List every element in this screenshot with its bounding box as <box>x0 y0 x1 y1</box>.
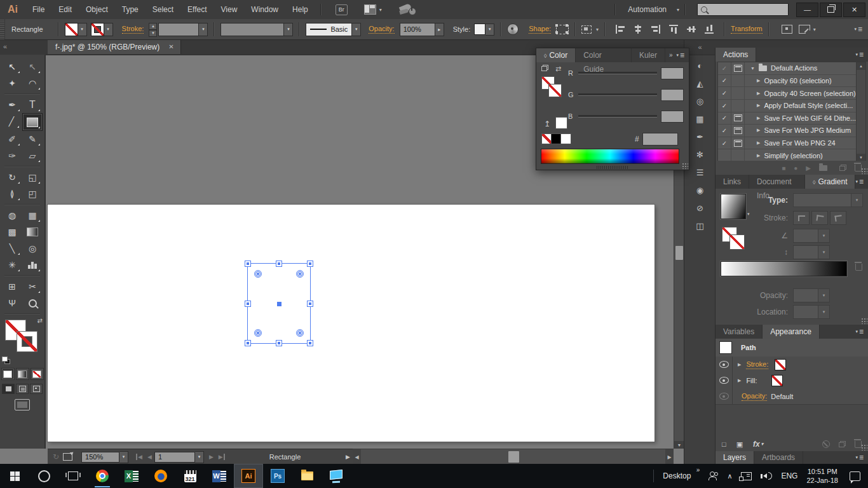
red-slider[interactable] <box>578 72 657 74</box>
collapse-diamond-icon[interactable]: ◊ <box>813 179 815 186</box>
taskbar-illustrator-active[interactable]: Ai <box>234 464 263 488</box>
dialog-toggle-icon[interactable] <box>734 65 742 72</box>
toggle-check-icon[interactable]: ✓ <box>722 127 727 134</box>
gradient-type-dropdown[interactable]: ▾ <box>793 193 863 207</box>
gradient-aspect-field[interactable]: ▾ <box>793 245 830 259</box>
visibility-eye-icon[interactable] <box>719 361 729 368</box>
visibility-eye-icon[interactable] <box>719 377 729 384</box>
symbol-sprayer-tool[interactable]: ✳ <box>3 257 22 273</box>
opacity-link[interactable]: Opacity: <box>742 392 767 401</box>
swap-fill-stroke-icon[interactable]: ⇄ <box>37 317 43 324</box>
chevron-down-icon[interactable]: ▾ <box>284 23 293 36</box>
chevron-down-icon[interactable]: ▾ <box>195 451 204 463</box>
chevron-down-icon[interactable]: ▾ <box>119 451 128 463</box>
gradient-slider[interactable] <box>721 261 847 276</box>
recolor-artwork-icon[interactable] <box>507 24 519 35</box>
add-fill-icon[interactable]: ▣ <box>736 440 743 449</box>
line-segment-tool[interactable]: ╱ <box>2 113 21 130</box>
zoom-level-field[interactable]: 150% <box>81 452 119 463</box>
stroke-weight-field[interactable] <box>158 23 199 36</box>
record-icon[interactable]: ● <box>794 165 797 172</box>
workspace-switcher[interactable]: Automation <box>621 0 674 19</box>
center-point[interactable] <box>277 302 281 306</box>
taskbar-excel[interactable]: X <box>117 464 146 488</box>
next-artboard-icon[interactable]: ▶ <box>209 454 214 460</box>
scale-tool[interactable]: ◱ <box>23 169 42 186</box>
expander-icon[interactable]: ▶ <box>757 140 760 146</box>
chevron-down-icon[interactable]: ▾ <box>78 23 87 36</box>
draw-behind-button[interactable] <box>16 384 29 394</box>
action-set-row[interactable]: ✓ ▼Default Actions <box>718 62 856 75</box>
color-button[interactable] <box>1 368 15 380</box>
hand-tool[interactable]: Ψ <box>3 295 22 311</box>
dock-panel-icon-3[interactable]: ◎ <box>691 93 710 109</box>
taskbar-photoshop[interactable]: Ps <box>263 464 292 488</box>
actions-scrollbar[interactable]: ▲ ▼ <box>856 62 865 161</box>
appearance-panel-menu-icon[interactable]: ▾≡ <box>855 325 868 339</box>
panel-grip[interactable] <box>0 19 5 39</box>
appearance-fill-row[interactable]: ▶ Fill: <box>715 372 868 389</box>
chevron-down-icon[interactable]: ▾ <box>813 27 816 32</box>
live-corner-widget[interactable] <box>296 329 304 337</box>
layers-panel-menu-icon[interactable]: ▾≡ <box>855 451 868 464</box>
duplicate-icon[interactable] <box>541 65 548 71</box>
expander-icon[interactable]: ▶ <box>757 153 760 158</box>
draw-normal-button[interactable] <box>2 384 15 394</box>
selection-handle[interactable] <box>276 340 282 346</box>
menu-type[interactable]: Type <box>115 0 146 19</box>
scroll-up-icon[interactable]: ▲ <box>857 62 865 70</box>
tab-appearance[interactable]: Appearance <box>763 325 820 339</box>
transform-link[interactable]: Transform <box>731 25 763 34</box>
artboard-tool[interactable]: ⊞ <box>3 278 22 295</box>
taskbar-file-explorer[interactable] <box>292 464 322 488</box>
stroke-color-control[interactable]: ▾ <box>91 23 113 36</box>
mesh-tool[interactable]: ▩ <box>3 224 22 240</box>
gradient-panel-menu-icon[interactable]: ▾≡ <box>855 175 868 189</box>
tab-color[interactable]: ◊Color <box>536 48 576 62</box>
resize-grip[interactable] <box>682 163 688 169</box>
gradient-preview-swatch[interactable] <box>721 194 746 219</box>
tab-links[interactable]: Links <box>715 175 749 189</box>
eraser-tool[interactable]: ▱ <box>23 147 42 164</box>
gradient-opacity-field[interactable]: ▾ <box>793 288 830 302</box>
vertical-scroll-thumb[interactable] <box>675 246 683 260</box>
lasso-tool[interactable]: ◠ <box>23 75 42 92</box>
cycle-panels-icon[interactable]: » <box>665 48 677 62</box>
dock-panel-icon-6[interactable]: ✻ <box>691 147 710 162</box>
selection-tool[interactable]: ↖ <box>3 58 22 75</box>
fill-color-control[interactable]: ▾ <box>65 23 87 36</box>
chevron-down-icon[interactable]: ▾ <box>677 7 679 13</box>
menu-view[interactable]: View <box>214 0 245 19</box>
width-profile-dropdown[interactable] <box>220 23 284 36</box>
appearance-stroke-row[interactable]: ▶ Stroke: <box>715 356 868 373</box>
collapse-diamond-icon[interactable]: ◊ <box>544 53 546 59</box>
live-corner-widget[interactable] <box>296 270 304 278</box>
hidden-icons-chevron[interactable]: ∧ <box>727 472 732 480</box>
green-value-field[interactable] <box>661 89 684 101</box>
rotate-tool[interactable]: ↻ <box>3 169 22 186</box>
brush-definition-dropdown[interactable]: Basic <box>306 23 352 36</box>
taskbar-pc[interactable] <box>322 464 351 488</box>
tab-variables[interactable]: Variables <box>715 325 763 339</box>
scroll-right-icon[interactable]: ▶ <box>665 449 674 464</box>
clear-appearance-icon[interactable] <box>822 440 830 448</box>
gradient-location-field[interactable]: ▾ <box>793 305 830 319</box>
none-button[interactable] <box>31 368 44 380</box>
blue-slider[interactable] <box>578 115 657 118</box>
default-fill-stroke-icon[interactable] <box>2 356 10 364</box>
live-corner-widget[interactable] <box>254 270 262 278</box>
volume-icon[interactable] <box>761 472 772 480</box>
dialog-toggle-icon[interactable] <box>734 127 742 134</box>
tab-artboards[interactable]: Artboards <box>754 451 803 464</box>
control-panel-menu-icon[interactable]: ▾≡ <box>854 25 862 34</box>
chevron-down-icon[interactable]: ▾ <box>485 24 494 36</box>
stroke-none-swatch[interactable] <box>91 23 104 36</box>
menu-help[interactable]: Help <box>285 0 315 19</box>
selected-rectangle[interactable] <box>247 263 311 344</box>
visibility-eye-icon[interactable] <box>719 393 729 400</box>
paintbrush-tool[interactable]: ✐ <box>3 131 22 147</box>
chevron-down-icon[interactable]: ▾ <box>104 23 113 36</box>
swap-fill-stroke-icon[interactable]: ⇄ <box>555 65 561 73</box>
resize-grip[interactable] <box>861 168 867 174</box>
appearance-opacity-row[interactable]: Opacity: Default <box>715 388 868 405</box>
